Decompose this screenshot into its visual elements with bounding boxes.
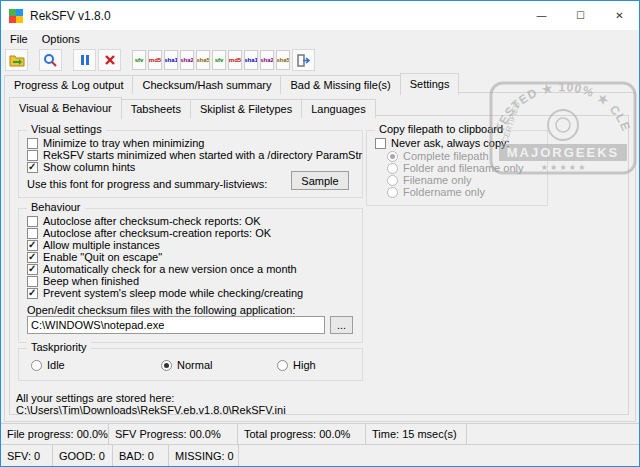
exit-button[interactable] bbox=[292, 49, 315, 71]
visual-settings-group: Visual settings Minimize to tray when mi… bbox=[18, 130, 363, 198]
radio-priority-idle[interactable]: Idle bbox=[31, 359, 65, 371]
tab-languages[interactable]: Languages bbox=[301, 99, 375, 118]
radio-icon bbox=[161, 360, 172, 371]
scan-folder-icon bbox=[43, 53, 58, 68]
settings-ini-path: C:\Users\Tim\Downloads\RekSFV.eb.v1.8.0\… bbox=[16, 404, 286, 416]
scan-folder-button[interactable] bbox=[39, 49, 62, 71]
stop-button[interactable] bbox=[98, 49, 121, 71]
status-good-count: GOOD: 0 bbox=[53, 445, 113, 466]
checkbox-icon bbox=[27, 240, 38, 251]
radio-priority-high[interactable]: High bbox=[277, 359, 316, 371]
copy-filepath-group: Copy filepath to clipboard Never ask, al… bbox=[366, 130, 548, 206]
browse-application-button[interactable]: ... bbox=[330, 316, 353, 334]
checkbox-icon bbox=[27, 276, 38, 287]
checkbox-icon bbox=[27, 138, 38, 149]
radio-complete-filepath[interactable]: Complete filepath bbox=[387, 150, 489, 162]
close-button[interactable]: ✕ bbox=[600, 1, 639, 30]
checkbox-label: Enable "Quit on escape" bbox=[43, 251, 162, 263]
checkbox-quit-on-escape[interactable]: Enable "Quit on escape" bbox=[27, 251, 162, 263]
behaviour-group: Behaviour Autoclose after checksum-check… bbox=[18, 208, 363, 343]
tab-checksum-summary[interactable]: Checksum/Hash summary bbox=[132, 75, 281, 94]
checkbox-label: Prevent system's sleep mode while checki… bbox=[43, 287, 303, 299]
status-spacer bbox=[239, 445, 639, 466]
radio-label: Normal bbox=[177, 359, 212, 371]
titlebar: RekSFV v1.8.0 — ☐ ✕ bbox=[1, 1, 639, 30]
visual-settings-group-title: Visual settings bbox=[27, 123, 106, 135]
status-sfv-count: SFV: 0 bbox=[1, 445, 53, 466]
tab-bad-missing[interactable]: Bad & Missing file(s) bbox=[280, 75, 400, 94]
verify-sha1-button[interactable]: sha1 bbox=[244, 50, 258, 70]
sample-font-button[interactable]: Sample bbox=[291, 171, 349, 190]
tab-tabsheets[interactable]: Tabsheets bbox=[121, 99, 191, 118]
checkbox-prevent-sleep-mode[interactable]: Prevent system's sleep mode while checki… bbox=[27, 287, 303, 299]
radio-icon bbox=[277, 360, 288, 371]
checkbox-label: RekSFV starts minimized when started wit… bbox=[43, 149, 362, 161]
radio-label: Idle bbox=[47, 359, 65, 371]
create-sha256-button[interactable]: sha2 bbox=[180, 50, 194, 70]
visual-behaviour-page: Visual settings Minimize to tray when mi… bbox=[9, 115, 629, 415]
checkbox-autoclose-creation-ok[interactable]: Autoclose after checksum-creation report… bbox=[27, 227, 271, 239]
status-file-progress: File progress: 00.0% bbox=[1, 424, 109, 444]
checkbox-autoclose-check-ok[interactable]: Autoclose after checksum-check reports: … bbox=[27, 215, 261, 227]
checkbox-icon bbox=[27, 264, 38, 275]
verify-sha512-button[interactable]: sha5 bbox=[276, 50, 290, 70]
checkbox-label: Automatically check for a new version on… bbox=[43, 263, 297, 275]
stop-icon bbox=[104, 54, 116, 66]
pause-button[interactable] bbox=[73, 49, 96, 71]
create-sha1-button[interactable]: sha1 bbox=[164, 50, 178, 70]
taskpriority-group: Taskpriority Idle Normal High bbox=[18, 348, 363, 381]
radio-priority-normal[interactable]: Normal bbox=[161, 359, 212, 371]
verify-sfv-button[interactable]: sfv bbox=[212, 50, 226, 70]
settings-location-label: All your settings are stored here: bbox=[16, 392, 174, 404]
checkbox-label: Autoclose after checksum-creation report… bbox=[43, 227, 271, 239]
checkbox-icon bbox=[27, 288, 38, 299]
checkbox-minimize-to-tray[interactable]: Minimize to tray when minimizing bbox=[27, 137, 204, 149]
app-window: RekSFV v1.8.0 — ☐ ✕ File Options bbox=[0, 0, 640, 467]
behaviour-group-title: Behaviour bbox=[27, 201, 85, 213]
radio-foldername-only[interactable]: Foldername only bbox=[387, 186, 485, 198]
create-md5-button[interactable]: md5 bbox=[148, 50, 162, 70]
radio-folder-and-filename[interactable]: Folder and filename only bbox=[387, 162, 523, 174]
menu-options[interactable]: Options bbox=[35, 32, 87, 46]
checkbox-show-column-hints[interactable]: Show column hints bbox=[27, 161, 135, 173]
maximize-button[interactable]: ☐ bbox=[561, 1, 600, 30]
radio-icon bbox=[387, 175, 398, 186]
open-folder-button[interactable] bbox=[5, 49, 28, 71]
statusbar-progress: File progress: 00.0% SFV Progress: 00.0%… bbox=[1, 423, 639, 444]
checkbox-beep-when-finished[interactable]: Beep when finished bbox=[27, 275, 139, 287]
open-folder-icon bbox=[9, 53, 25, 67]
tab-settings[interactable]: Settings bbox=[400, 73, 460, 95]
checkbox-label: Minimize to tray when minimizing bbox=[43, 137, 204, 149]
radio-icon bbox=[387, 151, 398, 162]
menu-file[interactable]: File bbox=[3, 32, 35, 46]
checkbox-label: Allow multiple instances bbox=[43, 239, 160, 251]
status-total-progress: Total progress: 00.0% bbox=[238, 424, 366, 444]
checkbox-icon bbox=[27, 216, 38, 227]
create-sha512-button[interactable]: sha5 bbox=[196, 50, 210, 70]
minimize-button[interactable]: — bbox=[522, 1, 561, 30]
settings-tabbar: Visual & Behaviour Tabsheets Skiplist & … bbox=[9, 97, 375, 118]
radio-icon bbox=[387, 163, 398, 174]
radio-label: Foldername only bbox=[403, 186, 485, 198]
statusbar-counts: SFV: 0 GOOD: 0 BAD: 0 MISSING: 0 bbox=[1, 444, 639, 466]
tab-visual-behaviour[interactable]: Visual & Behaviour bbox=[9, 97, 122, 119]
pause-icon bbox=[79, 54, 91, 66]
checkbox-never-ask-always-copy[interactable]: Never ask, always copy: bbox=[375, 137, 510, 149]
tab-progress-log[interactable]: Progress & Log output bbox=[4, 75, 133, 94]
checkbox-icon bbox=[375, 138, 386, 149]
checkbox-allow-multiple-instances[interactable]: Allow multiple instances bbox=[27, 239, 160, 251]
checkbox-start-minimized[interactable]: RekSFV starts minimized when started wit… bbox=[27, 149, 362, 161]
window-controls: — ☐ ✕ bbox=[522, 1, 639, 30]
create-sfv-button[interactable]: sfv bbox=[132, 50, 146, 70]
status-spacer bbox=[467, 424, 639, 444]
verify-md5-button[interactable]: md5 bbox=[228, 50, 242, 70]
checksum-editor-path-input[interactable] bbox=[27, 316, 325, 334]
radio-label: Filename only bbox=[403, 174, 471, 186]
radio-filename-only[interactable]: Filename only bbox=[387, 174, 471, 186]
tab-skiplist-filetypes[interactable]: Skiplist & Filetypes bbox=[190, 99, 302, 118]
checkbox-check-new-version[interactable]: Automatically check for a new version on… bbox=[27, 263, 297, 275]
status-sfv-progress: SFV Progress: 00.0% bbox=[109, 424, 238, 444]
checkbox-icon bbox=[27, 252, 38, 263]
menubar: File Options bbox=[1, 30, 639, 47]
verify-sha256-button[interactable]: sha2 bbox=[260, 50, 274, 70]
